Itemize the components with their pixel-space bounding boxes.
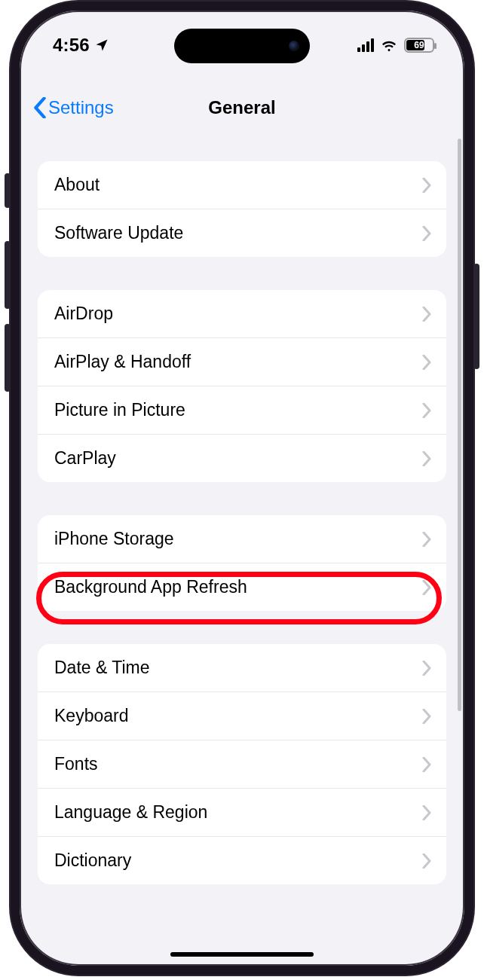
settings-group-4: Date & Time Keyboard Fonts Language & Re… (38, 644, 446, 884)
chevron-right-icon (422, 178, 431, 193)
row-date-time[interactable]: Date & Time (38, 644, 446, 692)
chevron-right-icon (422, 307, 431, 322)
row-label: Picture in Picture (54, 400, 422, 420)
row-label: CarPlay (54, 448, 422, 469)
side-button[interactable] (473, 264, 479, 369)
device-frame: 4:56 69 (11, 2, 473, 975)
row-airdrop[interactable]: AirDrop (38, 290, 446, 338)
settings-group-1: About Software Update (38, 161, 446, 257)
settings-group-3: iPhone Storage Background App Refresh (38, 515, 446, 611)
content: About Software Update AirDrop AirPlay & … (20, 139, 464, 966)
row-software-update[interactable]: Software Update (38, 209, 446, 257)
nav-bar: Settings General (20, 86, 464, 130)
row-label: Fonts (54, 754, 422, 774)
row-label: AirDrop (54, 304, 422, 324)
volume-up-button[interactable] (5, 241, 11, 309)
chevron-right-icon (422, 580, 431, 595)
location-icon (94, 38, 109, 53)
status-left: 4:56 (53, 35, 109, 56)
row-label: Software Update (54, 223, 422, 243)
row-airplay-handoff[interactable]: AirPlay & Handoff (38, 338, 446, 386)
row-label: Dictionary (54, 850, 422, 871)
row-label: AirPlay & Handoff (54, 352, 422, 372)
chevron-right-icon (422, 355, 431, 370)
row-label: Keyboard (54, 706, 422, 726)
chevron-right-icon (422, 709, 431, 724)
row-label: About (54, 175, 422, 195)
chevron-left-icon (33, 97, 47, 118)
row-label: Background App Refresh (54, 577, 422, 597)
page-title: General (208, 97, 275, 118)
wifi-icon (380, 36, 398, 54)
back-label: Settings (48, 97, 114, 118)
chevron-right-icon (422, 853, 431, 869)
status-right: 69 (357, 36, 434, 54)
home-indicator[interactable] (170, 952, 314, 957)
cellular-icon (357, 38, 374, 52)
row-label: Date & Time (54, 658, 422, 678)
row-about[interactable]: About (38, 161, 446, 209)
mute-switch[interactable] (5, 173, 11, 208)
settings-group-2: AirDrop AirPlay & Handoff Picture in Pic… (38, 290, 446, 482)
chevron-right-icon (422, 226, 431, 241)
battery-pct: 69 (414, 40, 424, 50)
row-dictionary[interactable]: Dictionary (38, 837, 446, 884)
chevron-right-icon (422, 805, 431, 820)
back-button[interactable]: Settings (33, 86, 114, 130)
row-keyboard[interactable]: Keyboard (38, 692, 446, 740)
chevron-right-icon (422, 757, 431, 772)
battery-icon: 69 (404, 38, 434, 53)
row-picture-in-picture[interactable]: Picture in Picture (38, 386, 446, 435)
row-language-region[interactable]: Language & Region (38, 789, 446, 837)
page: 4:56 69 (0, 0, 484, 980)
chevron-right-icon (422, 532, 431, 547)
row-fonts[interactable]: Fonts (38, 740, 446, 789)
row-carplay[interactable]: CarPlay (38, 435, 446, 482)
chevron-right-icon (422, 403, 431, 418)
row-background-app-refresh[interactable]: Background App Refresh (38, 563, 446, 611)
chevron-right-icon (422, 661, 431, 676)
row-iphone-storage[interactable]: iPhone Storage (38, 515, 446, 563)
row-label: iPhone Storage (54, 529, 422, 549)
status-time: 4:56 (53, 35, 90, 56)
volume-down-button[interactable] (5, 324, 11, 392)
row-label: Language & Region (54, 802, 422, 823)
chevron-right-icon (422, 451, 431, 466)
status-bar: 4:56 69 (20, 11, 464, 80)
